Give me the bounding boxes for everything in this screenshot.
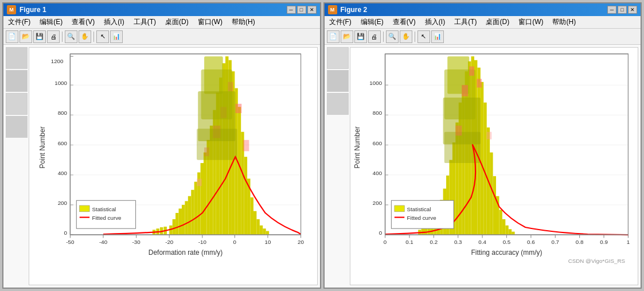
tb-new-2[interactable]: 📄 [327,30,339,43]
tb-print-2[interactable]: 🖨 [368,30,381,43]
tb-cursor-1[interactable]: ↖ [96,30,109,43]
tb-brush-1[interactable]: 📊 [110,30,123,43]
svg-text:-40: -40 [99,239,108,245]
menu-help-2[interactable]: 帮助(H) [550,17,578,28]
svg-rect-41 [185,201,188,235]
figure1-chart: Point Number 0 200 400 600 800 1000 1200 [29,47,318,285]
menu-edit-2[interactable]: 编辑(E) [358,17,386,28]
svg-rect-44 [194,182,197,235]
svg-text:20: 20 [298,239,304,245]
svg-rect-39 [179,208,182,235]
svg-text:200: 200 [58,200,68,206]
svg-text:0.6: 0.6 [527,239,535,245]
figure2-toolbar: 📄 📂 💾 🖨 🔍 ✋ ↖ 📊 [325,29,641,45]
tb-print-1[interactable]: 🖨 [47,30,60,43]
svg-rect-167 [462,85,468,96]
tb-brush-2[interactable]: 📊 [431,30,444,43]
close-btn-1[interactable]: ✕ [307,6,317,14]
figure1-controls[interactable]: ─ □ ✕ [287,6,317,14]
tb-save-1[interactable]: 💾 [33,30,46,43]
svg-rect-173 [394,205,404,212]
menu-tools-1[interactable]: 工具(T) [131,17,158,28]
menu-file-2[interactable]: 文件(F) [327,17,354,28]
svg-rect-60 [244,157,247,235]
tb-new-1[interactable]: 📄 [6,30,18,43]
minimize-btn-2[interactable]: ─ [607,6,616,14]
figure2-thumbs [327,47,350,285]
svg-text:1000: 1000 [54,80,67,86]
thumb-2b [327,70,349,92]
svg-text:0.9: 0.9 [600,239,608,245]
sep1-1 [62,32,63,42]
menu-file-1[interactable]: 文件(F) [6,17,33,28]
minimize-btn-1[interactable]: ─ [287,6,296,14]
svg-text:0: 0 [378,230,382,236]
svg-rect-63 [253,211,256,235]
menu-window-2[interactable]: 窗口(W) [516,17,545,28]
svg-rect-158 [499,210,502,235]
thumb-2a [327,47,349,69]
svg-rect-64 [256,219,259,235]
svg-text:-50: -50 [66,239,75,245]
svg-rect-82 [197,129,237,160]
svg-rect-67 [266,231,269,235]
svg-text:600: 600 [372,140,382,146]
close-btn-2[interactable]: ✕ [628,6,637,14]
svg-text:Statistical: Statistical [92,206,116,212]
figure1-title: Figure 1 [19,6,46,14]
svg-rect-171 [486,132,491,139]
svg-rect-46 [201,163,204,235]
tb-zoom-2[interactable]: 🔍 [386,30,399,43]
figure1-toolbar: 📄 📂 💾 🖨 🔍 ✋ ↖ 📊 [3,29,320,45]
svg-text:-10: -10 [198,239,207,245]
svg-rect-78 [197,179,202,186]
figure1-titlebar: M Figure 1 ─ □ ✕ [3,3,320,16]
svg-text:1000: 1000 [369,80,382,86]
svg-rect-75 [235,104,241,113]
menu-desktop-2[interactable]: 桌面(D) [483,17,512,28]
x-label-1: Deformation rate (mm/y) [149,249,223,257]
svg-text:800: 800 [58,110,68,116]
tb-cursor-2[interactable]: ↖ [417,30,430,43]
thumb-1d [6,116,28,138]
watermark: CSDN @Vigo*GIS_RS [568,258,625,264]
svg-text:0: 0 [233,239,237,245]
menu-insert-1[interactable]: 插入(I) [102,17,126,28]
x-label-2: Fitting accuracy (mm/y) [471,249,542,257]
thumb-1c [6,93,28,115]
restore-btn-2[interactable]: □ [618,6,627,14]
svg-text:-30: -30 [132,239,141,245]
tb-open-1[interactable]: 📂 [19,30,32,43]
svg-text:400: 400 [58,170,68,176]
menu-help-1[interactable]: 帮助(H) [229,17,257,28]
figure1-svg: Point Number 0 200 400 600 800 1000 1200 [29,48,317,285]
svg-rect-152 [480,82,483,235]
figure1-thumbs [6,47,29,285]
svg-text:Fitted curve: Fitted curve [92,215,121,221]
svg-rect-65 [260,226,263,235]
menu-view-2[interactable]: 查看(V) [391,17,418,28]
sep2-2 [415,32,415,42]
tb-pan-1[interactable]: ✋ [79,30,91,43]
menu-window-1[interactable]: 窗口(W) [196,17,225,28]
svg-text:400: 400 [372,170,382,176]
tb-open-2[interactable]: 📂 [341,30,353,43]
matlab-icon-1: M [7,5,16,14]
restore-btn-1[interactable]: □ [297,6,306,14]
svg-rect-159 [502,219,505,235]
figure2-title: Figure 2 [341,6,368,14]
tb-zoom-1[interactable]: 🔍 [65,30,77,43]
tb-pan-2[interactable]: ✋ [400,30,412,43]
svg-rect-153 [483,103,486,235]
menu-tools-2[interactable]: 工具(T) [452,17,479,28]
menu-desktop-1[interactable]: 桌面(D) [163,17,191,28]
menu-edit-1[interactable]: 编辑(E) [37,17,65,28]
figure2-controls[interactable]: ─ □ ✕ [607,6,637,14]
svg-rect-160 [505,226,508,235]
svg-text:1: 1 [626,239,629,245]
tb-save-2[interactable]: 💾 [354,30,367,43]
menu-view-1[interactable]: 查看(V) [69,17,97,28]
menu-insert-2[interactable]: 插入(I) [423,17,447,28]
svg-text:Fitted curve: Fitted curve [407,215,436,221]
y-label-2: Point Number [353,126,361,168]
